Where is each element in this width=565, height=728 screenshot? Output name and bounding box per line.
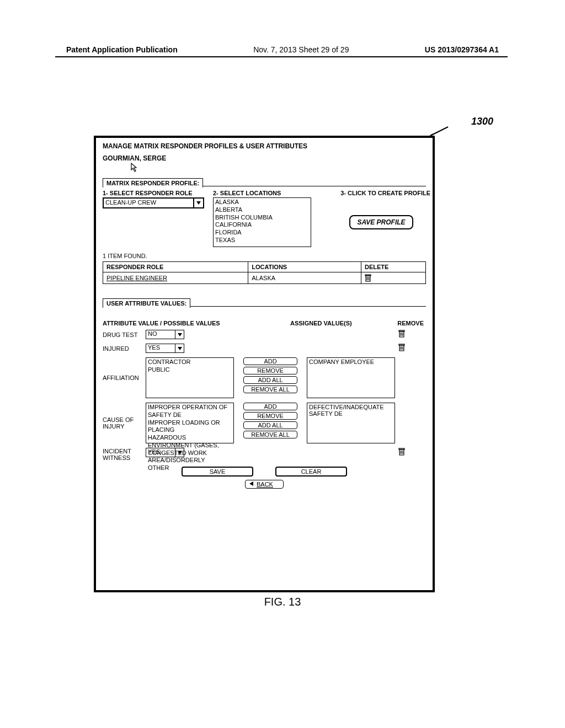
header-rule — [55, 56, 508, 57]
svg-marker-20 — [178, 451, 182, 454]
svg-marker-2 — [196, 201, 201, 205]
addall-button[interactable]: ADD ALL — [243, 376, 297, 384]
header-mid: Nov. 7, 2013 Sheet 29 of 29 — [253, 45, 349, 54]
drugtest-select[interactable]: NO — [146, 330, 184, 339]
drugtest-label: DRUG TEST — [103, 331, 142, 338]
add-button[interactable]: ADD — [243, 357, 297, 365]
svg-marker-26 — [249, 481, 253, 486]
col-locations: LOCATIONS — [248, 262, 361, 272]
addall-button[interactable]: ADD ALL — [243, 421, 297, 429]
row-location: ALASKA — [248, 272, 361, 284]
svg-line-0 — [430, 127, 448, 136]
list-item[interactable]: IMPROPER OPERATION OF SAFETY DE — [148, 404, 232, 419]
table-row: PIPELINE ENGINEER ALASKA — [103, 272, 426, 284]
svg-rect-10 — [399, 330, 404, 331]
drugtest-value: NO — [146, 330, 175, 339]
svg-marker-8 — [178, 333, 182, 336]
page-header: Patent Application Publication Nov. 7, 2… — [0, 45, 565, 54]
list-item[interactable]: IMPROPER LOADING OR PLACING — [148, 419, 232, 435]
svg-rect-22 — [399, 448, 404, 449]
witness-label: INCIDENT WITNESS — [103, 448, 142, 461]
save-button[interactable]: SAVE — [182, 467, 253, 477]
chevron-down-icon[interactable] — [175, 448, 184, 457]
role-link[interactable]: PIPELINE ENGINEER — [106, 275, 167, 281]
remove-header: REMOVE — [373, 320, 426, 326]
affiliation-assigned[interactable]: COMPANY EMPLOYEE — [307, 357, 395, 398]
location-option[interactable]: CALIFORNIA — [215, 221, 309, 229]
cause-assigned[interactable]: DEFECTIVE/INADEQUATE SAFETY DE — [307, 403, 395, 443]
svg-marker-14 — [178, 347, 182, 350]
attributes-section-tab: USER ATTRIBUTE VALUES: — [103, 298, 190, 308]
list-item[interactable]: CONTRACTOR — [148, 358, 232, 366]
step3-label: 3- CLICK TO CREATE PROFILE — [329, 189, 434, 197]
responder-role-select[interactable]: CLEAN-UP CREW — [103, 197, 204, 208]
figure-caption: FIG. 13 — [0, 596, 565, 608]
profiles-table: RESPONDER ROLE LOCATIONS DELETE PIPELINE… — [103, 261, 426, 284]
step1-label: 1- SELECT RESPONDER ROLE — [103, 189, 213, 197]
assigned-values-header: ASSIGNED VALUE(S) — [290, 320, 373, 326]
injured-label: INJURED — [103, 345, 142, 352]
removeall-button[interactable]: REMOVE ALL — [243, 386, 297, 393]
injured-select[interactable]: YES — [146, 344, 184, 353]
svg-rect-16 — [399, 344, 404, 345]
col-responder-role: RESPONDER ROLE — [103, 262, 248, 272]
panel-title: MANAGE MATRIX RESPONDER PROFILES & USER … — [103, 142, 426, 150]
remove-button[interactable]: REMOVE — [243, 412, 297, 420]
remove-witness-button[interactable] — [398, 448, 426, 456]
back-label: BACK — [257, 481, 273, 488]
items-found-label: 1 ITEM FOUND. — [103, 253, 426, 259]
figure-ref-arrow-icon — [427, 126, 449, 137]
chevron-down-icon[interactable] — [175, 344, 184, 352]
remove-drugtest-button[interactable] — [398, 330, 426, 338]
attr-values-header: ATTRIBUTE VALUE / POSSIBLE VALUES — [103, 320, 290, 326]
back-button[interactable]: BACK — [245, 480, 284, 489]
cause-listbox[interactable]: IMPROPER OPERATION OF SAFETY DE IMPROPER… — [146, 403, 234, 443]
figure-ref-number: 1300 — [471, 116, 493, 127]
assigned-item[interactable]: DEFECTIVE/INADEQUATE SAFETY DE — [309, 404, 393, 417]
save-profile-button[interactable]: SAVE PROFILE — [349, 215, 413, 229]
location-option[interactable]: FLORIDA — [215, 229, 309, 237]
cause-label: CAUSE OF INJURY — [103, 416, 142, 430]
clear-button[interactable]: CLEAR — [275, 467, 347, 477]
header-right: US 2013/0297364 A1 — [425, 45, 499, 54]
remove-injured-button[interactable] — [398, 344, 426, 351]
chevron-down-icon[interactable] — [193, 199, 203, 207]
location-option[interactable]: TEXAS — [215, 237, 309, 244]
add-button[interactable]: ADD — [243, 403, 297, 410]
app-panel: MANAGE MATRIX RESPONDER PROFILES & USER … — [94, 136, 435, 592]
list-item[interactable]: PUBLIC — [148, 366, 232, 374]
header-left: Patent Application Publication — [66, 45, 178, 54]
locations-listbox[interactable]: ALASKA ALBERTA BRITISH COLUMBIA CALIFORN… — [213, 197, 311, 247]
col-delete: DELETE — [361, 262, 426, 272]
injured-value: YES — [146, 344, 175, 352]
svg-rect-4 — [365, 275, 371, 276]
chevron-down-icon[interactable] — [175, 330, 184, 339]
list-item[interactable]: HAZARDOUS ENVIRONMENT (GASES, — [148, 434, 232, 449]
witness-value: YES — [146, 448, 175, 457]
profile-section-tab: MATRIX RESPONDER PROFILE: — [103, 178, 203, 188]
cursor-icon — [130, 162, 426, 174]
responder-role-value: CLEAN-UP CREW — [104, 199, 193, 207]
location-option[interactable]: BRITISH COLUMBIA — [215, 214, 309, 222]
delete-row-button[interactable] — [365, 274, 422, 282]
affiliation-listbox[interactable]: CONTRACTOR PUBLIC — [146, 357, 234, 398]
user-name: GOURMIAN, SERGE — [103, 154, 426, 162]
location-option[interactable]: ALASKA — [215, 199, 309, 206]
location-option[interactable]: ALBERTA — [215, 206, 309, 214]
affiliation-label: AFFILIATION — [103, 374, 142, 381]
assigned-item[interactable]: COMPANY EMPLOYEE — [309, 358, 393, 365]
removeall-button[interactable]: REMOVE ALL — [243, 431, 297, 438]
triangle-left-icon — [249, 481, 254, 488]
remove-button[interactable]: REMOVE — [243, 367, 297, 374]
witness-select[interactable]: YES — [146, 448, 184, 457]
step2-label: 2- SELECT LOCATIONS — [213, 189, 329, 197]
